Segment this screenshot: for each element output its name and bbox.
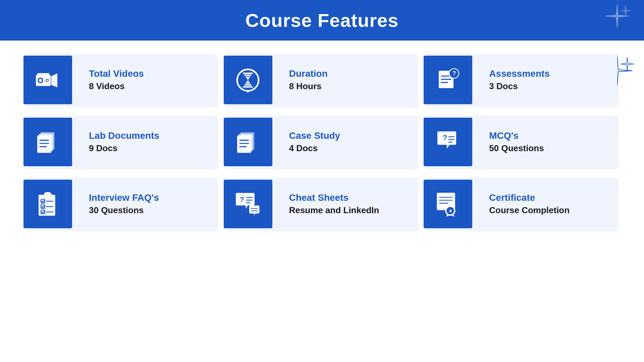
card-mcqs-value: 50 Questions: [489, 143, 544, 154]
row-1: Total Videos 8 Videos: [27, 54, 617, 106]
card-case-study-title: Case Study: [289, 130, 340, 141]
svg-text:★: ★: [448, 208, 453, 214]
card-assessments-text: Assessments 3 Docs: [479, 62, 560, 98]
card-assessments-title: Assessments: [489, 68, 550, 79]
card-interview-faqs-text: Interview FAQ's 30 Questions: [79, 186, 169, 222]
assessment-icon: ?: [424, 56, 472, 104]
page-title: Course Features: [0, 9, 644, 31]
card-case-study-text: Case Study 4 Docs: [279, 124, 351, 160]
card-certificate: ★ Certificate Course Completion: [427, 178, 617, 230]
card-interview-faqs: Interview FAQ's 30 Questions: [27, 178, 217, 230]
chat-question-icon: ?: [424, 118, 472, 166]
card-total-videos: Total Videos 8 Videos: [27, 54, 217, 106]
document-stack-icon: [224, 118, 272, 166]
card-cheat-sheets: ? Cheat Sheets Resume and LinkedIn: [227, 178, 417, 230]
card-cheat-sheets-title: Cheat Sheets: [289, 192, 379, 203]
card-total-videos-text: Total Videos 8 Videos: [79, 62, 154, 98]
card-duration-text: Duration 8 Hours: [279, 62, 338, 98]
card-total-videos-value: 8 Videos: [89, 81, 144, 92]
svg-text:?: ?: [240, 195, 244, 203]
clock-icon: [224, 56, 272, 104]
card-assessments-value: 3 Docs: [489, 81, 550, 92]
card-case-study: Case Study 4 Docs: [227, 116, 417, 168]
card-cheat-sheets-value: Resume and LinkedIn: [289, 205, 379, 216]
svg-text:?: ?: [452, 70, 456, 76]
svg-marker-14: [246, 90, 250, 93]
svg-point-4: [46, 79, 48, 81]
svg-rect-5: [37, 73, 49, 75]
card-lab-documents-value: 9 Docs: [89, 143, 159, 154]
document-icon: [23, 118, 72, 166]
page-wrapper: Course Features: [0, 0, 644, 243]
card-lab-documents-title: Lab Documents: [89, 130, 159, 141]
card-certificate-title: Certificate: [489, 192, 570, 203]
card-lab-documents: Lab Documents 9 Docs: [27, 116, 217, 168]
certificate-icon: ★: [424, 180, 472, 228]
card-certificate-text: Certificate Course Completion: [479, 186, 580, 222]
card-assessments: ? Assessments 3 Docs: [427, 54, 617, 106]
card-total-videos-title: Total Videos: [89, 68, 144, 79]
card-interview-faqs-title: Interview FAQ's: [89, 192, 159, 203]
card-mcqs-text: MCQ's 50 Questions: [479, 124, 554, 160]
svg-marker-6: [51, 73, 57, 87]
card-duration: Duration 8 Hours: [227, 54, 417, 106]
video-icon: [23, 56, 72, 104]
card-duration-title: Duration: [289, 68, 328, 79]
card-cheat-sheets-text: Cheat Sheets Resume and LinkedIn: [279, 186, 389, 222]
clipboard-icon: [23, 180, 72, 228]
svg-rect-29: [237, 135, 251, 153]
svg-text:?: ?: [443, 133, 447, 142]
row-3: Interview FAQ's 30 Questions ?: [27, 178, 617, 230]
main-content: Total Videos 8 Videos: [0, 41, 644, 243]
chat-doc-icon: ?: [224, 180, 272, 228]
row-2: Lab Documents 9 Docs: [27, 116, 617, 168]
header-star-decoration: [604, 3, 631, 29]
card-lab-documents-text: Lab Documents 9 Docs: [79, 124, 169, 160]
card-duration-value: 8 Hours: [289, 81, 328, 92]
card-mcqs-title: MCQ's: [489, 130, 544, 141]
header: Course Features: [0, 0, 644, 41]
card-mcqs: ? MCQ's 50 Questions: [427, 116, 617, 168]
card-case-study-value: 4 Docs: [289, 143, 340, 154]
svg-rect-39: [45, 192, 50, 195]
card-certificate-value: Course Completion: [489, 205, 570, 216]
svg-point-2: [39, 79, 42, 82]
svg-rect-23: [37, 135, 51, 153]
card-interview-faqs-value: 30 Questions: [89, 205, 159, 216]
